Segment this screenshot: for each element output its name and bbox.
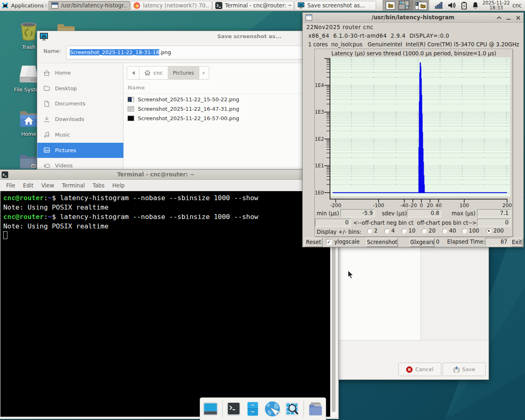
elapsed-time-field[interactable]: 87	[485, 238, 509, 246]
top-panel: Applications /usr/bin/latency-histogr...…	[0, 0, 525, 11]
breadcrumb-home-button[interactable]: cnc	[139, 66, 168, 79]
network-signal-icon[interactable]	[435, 2, 443, 9]
radio-circle	[402, 228, 406, 233]
save-button[interactable]: Save	[443, 363, 486, 376]
breadcrumb-back-button[interactable]	[127, 66, 139, 79]
sidebar-item-desktop[interactable]: Desktop	[37, 81, 123, 96]
hist-info-line-3: 1 cores no_isolcpus GenuineIntel Intel(R…	[306, 41, 519, 48]
screenshot-button[interactable]: Screenshot	[366, 238, 398, 247]
task-button-1[interactable]: /usr/bin/latency-histogr...	[48, 1, 130, 10]
cancel-button-label: Cancel	[415, 366, 433, 372]
glxgears-button[interactable]: Glxgears	[410, 238, 434, 247]
shooter-icon	[297, 2, 305, 9]
sidebar-item-music[interactable]: Music	[37, 127, 123, 142]
min-value-field[interactable]: -5.9	[340, 209, 375, 217]
offchart-neg-field[interactable]: 0	[315, 219, 351, 227]
offchart-pos-field[interactable]: 0	[477, 219, 511, 227]
task-button-label: Terminal - cnc@router: ~	[225, 2, 291, 9]
workspace-1[interactable]	[383, 0, 398, 11]
bins-radio-200[interactable]: 200	[486, 228, 504, 234]
terminal-menu-view[interactable]: View	[41, 183, 54, 189]
hist-info-line-2: x86_64 6.1.0-30-rt-amd64 2.9.4 DISPLAY=:…	[306, 33, 450, 39]
bins-radio-10[interactable]: 10	[402, 228, 415, 234]
sdev-value-field[interactable]: 0.8	[407, 209, 441, 217]
radio-label: 100	[469, 228, 479, 234]
terminal-menu-terminal[interactable]: Terminal	[62, 183, 85, 189]
radio-label: 4	[391, 228, 395, 234]
terminal-menu-file[interactable]: File	[6, 183, 15, 189]
sidebar-item-documents[interactable]: Documents	[37, 96, 123, 111]
sidebar-item-home[interactable]: Home	[37, 65, 123, 80]
bins-radio-40[interactable]: 40	[442, 228, 456, 234]
bins-radio-4[interactable]: 4	[384, 228, 395, 234]
breadcrumb-forward-button[interactable]	[199, 66, 209, 79]
panel-user-label[interactable]: cnc	[512, 2, 525, 9]
bins-radio-2[interactable]: 2	[367, 228, 377, 234]
task-button-3[interactable]: Terminal - cnc@router: ~	[212, 1, 294, 10]
file-manager-icon[interactable]	[245, 401, 260, 417]
terminal-menu-edit[interactable]: Edit	[23, 183, 34, 189]
breadcrumb-current-button[interactable]: Pictures	[168, 66, 199, 79]
sidebar-item-label: Videos	[55, 162, 73, 169]
show-desktop-icon[interactable]	[203, 401, 219, 417]
task-button-4[interactable]: Save screenshot as...	[294, 1, 376, 10]
reset-button[interactable]: Reset	[305, 238, 322, 247]
sidebar-item-label: Downloads	[55, 116, 84, 122]
cancel-button[interactable]: Cancel	[398, 363, 441, 376]
terminal-menu-help[interactable]: Help	[112, 183, 125, 189]
dock-terminal-icon[interactable]	[226, 401, 242, 417]
terminal-cursor	[3, 231, 7, 239]
app-finder-icon[interactable]	[284, 401, 300, 417]
bottom-dock	[200, 397, 326, 420]
radio-circle	[486, 228, 491, 233]
sidebar-item-pictures[interactable]: Pictures	[37, 143, 123, 158]
notifications-icon[interactable]	[472, 2, 479, 9]
max-value-field[interactable]: 7.1	[477, 209, 511, 217]
terminal-window: Terminal - cnc@router: ~ FileEditViewTer…	[0, 169, 339, 419]
minimize-icon	[506, 16, 511, 20]
workspace-2-preview	[398, 0, 413, 11]
mouse-cursor	[347, 270, 355, 280]
terminal-titlebar[interactable]: Terminal - cnc@router: ~	[0, 170, 338, 180]
file-list-header[interactable]: Name	[128, 84, 145, 91]
minimize-button[interactable]	[506, 15, 511, 21]
sidebar-item-downloads[interactable]: Downloads	[37, 112, 123, 127]
battery-icon[interactable]	[461, 2, 467, 9]
display-bins-label: Display +/- bins:	[317, 229, 361, 235]
workspace-2[interactable]	[398, 0, 413, 11]
bins-radio-100[interactable]: 100	[462, 228, 479, 234]
histogram-titlebar[interactable]: /usr/bin/latency-histogram	[303, 13, 523, 23]
terminal-menu-tabs[interactable]: Tabs	[93, 183, 105, 189]
svg-text:-200: -200	[330, 203, 342, 208]
web-browser-icon[interactable]	[264, 400, 281, 418]
workspace-3[interactable]	[413, 0, 429, 11]
radio-label: 2	[374, 228, 377, 234]
folder-icon	[43, 85, 50, 91]
radio-circle	[442, 228, 447, 233]
task-button-label: latency (netowork?) 70...	[143, 2, 209, 9]
bins-radio-20[interactable]: 20	[422, 228, 436, 234]
svg-text:1E0: 1E0	[315, 190, 324, 196]
terminal-screen[interactable]: cnc@router:~$ latency-histogram --nobase…	[0, 191, 331, 417]
dock-folder-icon[interactable]	[308, 401, 324, 417]
shade-button[interactable]	[496, 15, 502, 21]
elapsed-time-label: Elapsed Time:	[447, 239, 485, 245]
exit-button[interactable]: Exit	[511, 238, 523, 247]
task-button-2[interactable]: latency (netowork?) 70...	[130, 1, 212, 10]
panel-handle	[45, 1, 48, 9]
applications-menu-label: Applications	[11, 2, 43, 9]
close-button[interactable]	[515, 15, 521, 21]
terminal-line: Note: Using POSIX realtime	[3, 221, 109, 231]
terminal-menubar: FileEditViewTerminalTabsHelp	[0, 180, 337, 191]
workspace-pager[interactable]	[383, 0, 429, 11]
terminal-line: Note: Using POSIX realtime	[3, 203, 109, 212]
panel-clock[interactable]: 2025-11-22 18:33	[482, 0, 512, 10]
applications-menu-button[interactable]: Applications	[0, 0, 45, 11]
volume-icon[interactable]	[448, 2, 457, 9]
save-icon	[453, 366, 460, 373]
radio-circle	[422, 228, 427, 233]
clock-time: 18:33	[482, 5, 510, 10]
latency-chart-frame: Latency (µs) servo thread (1000.0 µs per…	[315, 49, 513, 237]
trash-icon	[19, 21, 38, 41]
ylogscale-checkbox[interactable]: ✓	[326, 239, 332, 245]
